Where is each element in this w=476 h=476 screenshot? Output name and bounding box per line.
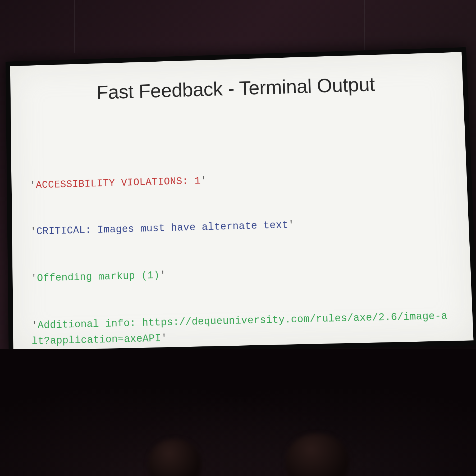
- terminal-line-violations: 'ACCESSIBILITY VIOLATIONS: 1': [30, 166, 448, 193]
- projector-cable-left: [74, 0, 75, 53]
- projection-screen-wrapper: Fast Feedback - Terminal Output 'ACCESSI…: [5, 53, 471, 349]
- terminal-line-critical: 'CRITICAL: Images must have alternate te…: [30, 213, 450, 240]
- terminal-line-additional-info: 'Additional info: https://dequeuniversit…: [31, 308, 455, 349]
- audience-area: [0, 349, 476, 476]
- terminal-output-block: 'ACCESSIBILITY VIOLATIONS: 1' 'CRITICAL:…: [29, 135, 456, 381]
- slide-title: Fast Feedback - Terminal Output: [29, 71, 445, 106]
- projector-cable-right: [364, 0, 365, 50]
- audience-silhouette: [286, 434, 349, 476]
- audience-silhouette: [148, 439, 201, 476]
- presentation-slide: Fast Feedback - Terminal Output 'ACCESSI…: [6, 47, 476, 356]
- terminal-line-offending: 'Offending markup (1)': [31, 260, 452, 286]
